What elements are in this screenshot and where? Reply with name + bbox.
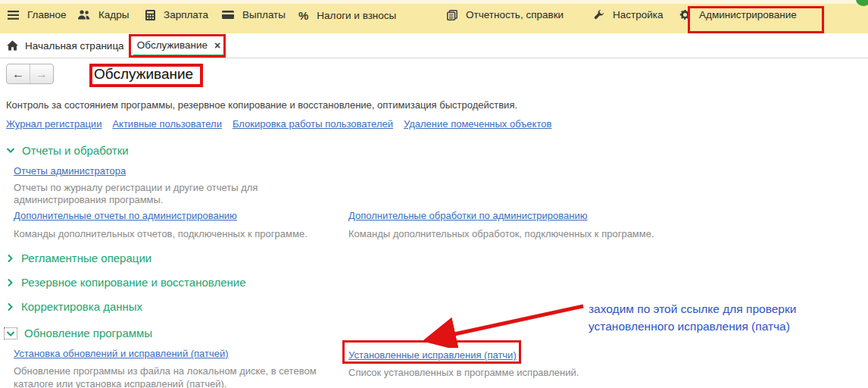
tab-label: Начальная страница xyxy=(25,40,124,52)
annotation-line1: заходим по этой ссылке для проверки xyxy=(589,300,796,318)
section-title: Резервное копирование и восстановление xyxy=(21,276,246,289)
section-application-update[interactable]: Обновление программы xyxy=(4,327,152,340)
admin-reports-desc-line2: администрирования программы. xyxy=(14,194,163,205)
link-deletion-marked[interactable]: Удаление помеченных объектов xyxy=(404,118,551,130)
close-icon[interactable]: × xyxy=(214,39,220,52)
section-reports-processing[interactable]: Отчеты и обработки xyxy=(6,144,129,157)
annotation-note: заходим по этой ссылке для проверки уста… xyxy=(589,300,796,335)
menu-item-label: Налоги и взносы xyxy=(317,10,396,21)
admin-reports-desc-line1: Отчеты по журналу регистрации и другие о… xyxy=(14,182,258,193)
link-event-log[interactable]: Журнал регистрации xyxy=(6,118,101,130)
chevron-down-icon xyxy=(6,146,15,155)
section-data-correction[interactable]: Корректировка данных xyxy=(6,300,142,313)
annotation-arrow xyxy=(418,301,592,348)
section-title: Обновление программы xyxy=(24,327,152,340)
extra-admin-processing-desc: Команды дополнительных обработок, подклю… xyxy=(348,228,654,239)
menu-item-main[interactable]: Главное xyxy=(8,9,67,20)
menu-item-administration[interactable]: Администрирование xyxy=(679,9,797,20)
main-menu-bar: Главное Кадры Зарплата Выплаты % Налоги … xyxy=(0,0,868,33)
link-install-updates-patches[interactable]: Установка обновлений и исправлений (патч… xyxy=(14,348,229,359)
people-icon xyxy=(78,10,90,20)
window-top-strip xyxy=(0,0,868,4)
quick-links-row: Журнал регистрации Активные пользователи… xyxy=(6,118,551,130)
link-installed-patches[interactable]: Установленные исправления (патчи) xyxy=(348,349,517,361)
chevron-right-icon xyxy=(6,254,14,263)
card-icon xyxy=(222,11,234,19)
tab-bar: Начальная страница Обслуживание × xyxy=(0,33,868,58)
install-updates-desc-line2: каталоге или установка исправлений (патч… xyxy=(14,378,226,388)
chevron-right-icon xyxy=(6,278,14,287)
tab-label: Обслуживание xyxy=(137,39,208,51)
extra-admin-reports-desc: Команды дополнительных отчетов, подключе… xyxy=(14,228,308,239)
wrench-icon xyxy=(593,9,604,20)
tab-maintenance[interactable]: Обслуживание × xyxy=(133,36,224,58)
menu-item-label: Выплаты xyxy=(242,9,286,20)
link-admin-reports[interactable]: Отчеты администратора xyxy=(14,165,126,177)
history-nav: ← → xyxy=(6,64,54,84)
menu-item-taxes[interactable]: % Налоги и взносы xyxy=(298,9,396,22)
section-title: Регламентные операции xyxy=(21,252,151,264)
menu-item-settings[interactable]: Настройка xyxy=(593,9,663,20)
app-window: Главное Кадры Зарплата Выплаты % Налоги … xyxy=(0,0,868,388)
menu-item-payments[interactable]: Выплаты xyxy=(222,9,286,20)
tab-start-page[interactable]: Начальная страница xyxy=(25,40,124,52)
gear-icon xyxy=(679,9,691,20)
link-active-users[interactable]: Активные пользователи xyxy=(112,118,222,130)
section-title: Корректировка данных xyxy=(21,300,142,313)
menu-item-label: Отчетность, справки xyxy=(466,9,564,20)
link-extra-admin-processing[interactable]: Дополнительные обработки по администриро… xyxy=(348,210,588,221)
menu-icon xyxy=(8,11,19,20)
annotation-line2: установленного исправления (патча) xyxy=(589,318,796,335)
page-title: Обслуживание xyxy=(94,66,193,83)
menu-item-hr[interactable]: Кадры xyxy=(78,9,129,20)
install-updates-desc-line1: Обновление программы из файла на локальн… xyxy=(14,365,317,377)
menu-item-salary[interactable]: Зарплата xyxy=(145,9,208,20)
report-icon xyxy=(447,10,457,20)
link-extra-admin-reports[interactable]: Дополнительные отчеты по администрирован… xyxy=(14,210,237,221)
menu-item-label: Администрирование xyxy=(699,9,797,20)
section-scheduled-operations[interactable]: Регламентные операции xyxy=(6,252,151,264)
home-icon[interactable] xyxy=(7,40,18,54)
chevron-down-icon xyxy=(4,327,17,340)
installed-patches-desc: Список установленных в программе исправл… xyxy=(348,367,579,378)
menu-item-label: Главное xyxy=(27,9,67,20)
link-user-lockout[interactable]: Блокировка работы пользователей xyxy=(233,118,393,130)
calculator-icon xyxy=(145,10,155,20)
menu-item-label: Кадры xyxy=(98,9,129,20)
chevron-right-icon xyxy=(6,302,14,311)
menu-item-label: Настройка xyxy=(613,9,663,20)
menu-item-reporting[interactable]: Отчетность, справки xyxy=(447,9,564,20)
status-dot xyxy=(856,0,868,6)
menu-item-label: Зарплата xyxy=(164,9,208,20)
back-button[interactable]: ← xyxy=(7,64,30,83)
section-backup-restore[interactable]: Резервное копирование и восстановление xyxy=(6,276,246,289)
percent-icon: % xyxy=(298,9,308,22)
section-title: Отчеты и обработки xyxy=(22,144,129,157)
forward-button[interactable]: → xyxy=(30,64,53,83)
page-description: Контроль за состоянием программы, резерв… xyxy=(6,99,517,111)
